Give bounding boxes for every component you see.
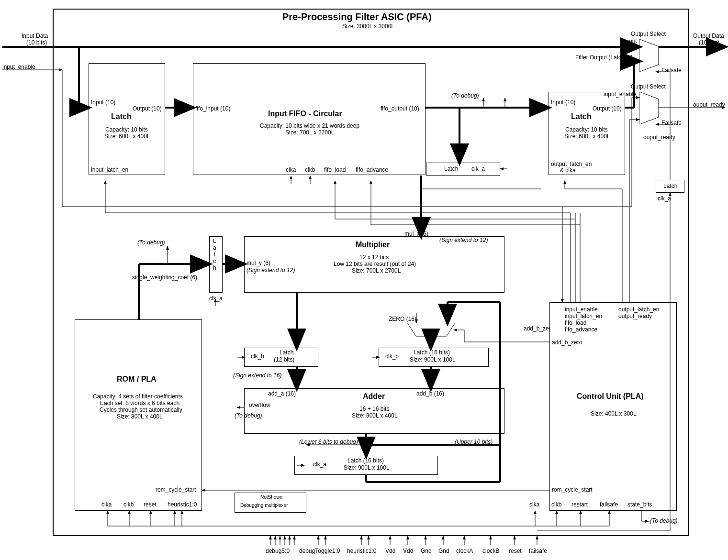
cu-restart: restart <box>571 501 588 508</box>
to-debug-fifo: (To debug) <box>451 92 479 99</box>
latch1-in: Input (10) <box>91 99 115 106</box>
rom-clkb: clkb <box>123 501 134 508</box>
cu-sb: state_bits <box>627 501 652 508</box>
latch2-title: Latch <box>571 112 592 121</box>
adder-todebug: (To debug) <box>235 412 262 419</box>
latch-16-b-size: Size: 900L x 100L <box>410 356 456 363</box>
rom-l2: Each set: 8 words x 6 bits each <box>100 400 179 406</box>
bot-dtog: debugToggle1:0 <box>299 548 340 554</box>
control-unit <box>549 302 677 511</box>
latch1-out: Output (10) <box>133 105 162 112</box>
fifo-out-latch-clk: clk_a <box>471 165 485 172</box>
bot-debug: debug5:0 <box>266 548 290 554</box>
mux2-out: ouput_ready <box>643 134 675 141</box>
mult-mulx: mul_x (6) <box>404 231 428 237</box>
mux1-fs: Failsafe <box>661 67 682 74</box>
mult-muly: mul_y (6) <box>246 260 270 266</box>
debug-l2: Debugging multiplexer <box>240 503 288 508</box>
rom-clka: clka <box>101 501 112 508</box>
latch-16-sum-name: Latch (16 bits) <box>347 457 384 464</box>
cu-addbz: add_b_zero <box>552 339 582 346</box>
fifo-load: fifo_load <box>324 166 346 173</box>
latch1-size: Size: 600L x 400L <box>104 133 150 140</box>
latch-12-bits: (12 bits) <box>274 356 294 363</box>
latch-16-b-clk: clk_b <box>385 353 399 360</box>
latch-12-clk: clk_b <box>251 353 264 360</box>
rom-heur: heuristic1:0 <box>168 501 197 508</box>
rom-l1: Capacity: 4 sets of filter coefficients <box>93 393 183 400</box>
latch2-en1: output_latch_en <box>551 161 592 167</box>
label-output-data-bits: (10 bits) <box>699 39 719 46</box>
rom-title: ROM / PLA <box>117 375 157 384</box>
mult-title: Multiplier <box>356 241 390 249</box>
adder-addb: add_b (16) <box>416 390 444 397</box>
latch-16-b-name: Latch (16 bits) <box>414 349 450 356</box>
latch2-cap: Capacity: 10 bits <box>565 126 608 133</box>
latch1-title: Latch <box>111 112 132 121</box>
label-input-enable: input_enable <box>2 64 35 70</box>
adder-lower: (Lower 6 bits to debug) <box>299 439 358 445</box>
fifo-clka: clka <box>286 166 296 173</box>
mux2-name: Output Select <box>631 83 666 90</box>
adder-title: Adder <box>363 392 385 401</box>
bot-heur: heuristic1:0 <box>347 548 376 554</box>
cu-out2: output_ready <box>618 313 652 319</box>
vlatch-name: Latch <box>213 238 216 271</box>
label-output-data: Output Data <box>693 33 724 39</box>
fifo-cap: Capacity: 10 bits wide x 21 words deep <box>260 122 359 129</box>
cu-todebug: (To debug) <box>650 517 678 524</box>
adder-overf: overflow <box>249 402 270 408</box>
latch1-en: input_latch_en <box>91 166 128 173</box>
cu-clkb: clkb <box>551 501 561 508</box>
cu-size: Size: 400L x 300L <box>591 410 637 417</box>
debug-l1: NotShown <box>260 494 282 500</box>
pfa-size: Size: 3000L x 3000L <box>342 23 394 30</box>
bot-reset: reset <box>509 548 522 554</box>
adder-spec: 16 + 16 bits <box>359 406 389 412</box>
vlatch-clk: clk_a <box>209 295 223 302</box>
fifo-title: Input FIFO - Circular <box>268 110 342 118</box>
fifo-clkb: clkb <box>305 166 315 173</box>
latch-16-sum-clk: clk_a <box>313 461 326 468</box>
cu-out1: output_latch_en <box>618 306 659 313</box>
small-latch-name: Latch <box>663 183 677 189</box>
bot-gnd1: Gnd <box>421 548 432 554</box>
cu-title: Control Unit (PLA) <box>577 392 644 401</box>
fifo <box>193 63 426 175</box>
addb-zero: ZERO (16) <box>389 316 416 322</box>
mux1-b: Filter Output (Latched) <box>575 54 633 61</box>
latch2-en2: & clka <box>560 167 576 174</box>
mult-mulx-ext: (Sign extend to 12) <box>439 237 488 243</box>
cu-clka: clka <box>529 501 539 508</box>
cu-fs: failsafe <box>600 501 618 508</box>
bot-vdd1: Vdd <box>385 548 395 554</box>
mult-size: Size: 700L x 2700L <box>352 267 401 274</box>
cu-in4: fifo_advance <box>565 326 597 333</box>
mux2-a: input_enable <box>604 91 637 98</box>
cu-in2: input_latch_en <box>565 313 602 319</box>
bot-gnd2: Gnd <box>438 548 449 554</box>
rom-cycle: rom_cycle_start <box>156 486 196 493</box>
latch2-in: Input (10) <box>551 99 575 106</box>
diagram-canvas: Pre-Processing Filter ASIC (PFA) Size: 3… <box>0 0 728 560</box>
mux1-a: Input <box>624 38 637 44</box>
mult-spec: 12 x 12 bits <box>359 254 389 261</box>
pfa-title: Pre-Processing Filter ASIC (PFA) <box>282 11 432 22</box>
adder-upper: (Upper 10 bits) <box>455 439 493 445</box>
label-input-data-bits: (10 bits) <box>26 39 47 46</box>
mult-muly-ext: (Sign extend to 12) <box>246 267 295 274</box>
rom-size: Size: 800L x 400L <box>117 413 163 420</box>
mult-note: Low 12 bits are result (out of 24) <box>334 261 416 267</box>
fifo-out: fifo_output (10) <box>381 105 419 112</box>
latch2-size: Size: 600L x 400L <box>564 133 610 140</box>
rom-l3: Cycles through set automatically <box>100 406 182 413</box>
fifo-in: fifo_input (10) <box>195 105 230 112</box>
adder-adda: add_a (16) <box>268 390 296 397</box>
cu-in1: input_enable <box>565 306 598 313</box>
fifo-out-latch-name: Latch <box>444 165 458 172</box>
label-output-ready: ouput_ready <box>693 101 725 108</box>
fifo-advance: fifo_advance <box>356 166 388 173</box>
fifo-size: Size: 700L x 2200L <box>285 129 334 136</box>
latch-16-sum-size: Size: 900L x 100L <box>344 464 390 471</box>
bot-failsafe: failsafe <box>529 548 547 554</box>
